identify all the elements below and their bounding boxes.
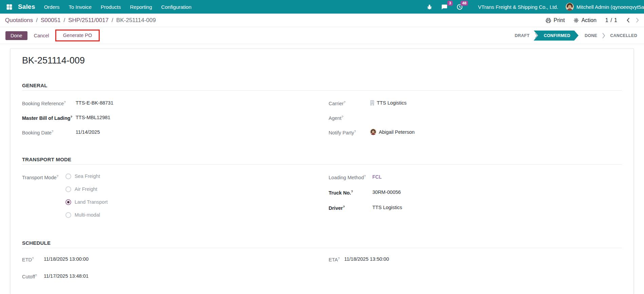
done-button[interactable]: Done: [5, 31, 27, 40]
field-value: 11/14/2025: [76, 128, 100, 136]
stage-done[interactable]: DONE: [579, 33, 603, 38]
divider: [22, 164, 622, 165]
divider: [22, 248, 622, 248]
grid-icon: [6, 3, 13, 11]
top-navbar: Sales Orders To Invoice Products Reporti…: [0, 0, 644, 14]
gear-icon: [573, 18, 579, 23]
breadcrumb-shipment[interactable]: SHP/2511/0017: [68, 17, 109, 24]
section-heading: SCHEDULE: [22, 240, 622, 246]
activities-badge: 48: [461, 1, 468, 6]
breadcrumb-current: BK-251114-009: [116, 17, 156, 24]
section-transport-mode: TRANSPORT MODE Transport Mode? Sea Freig…: [22, 157, 622, 224]
building-icon: [370, 100, 374, 106]
pager-next-icon[interactable]: [636, 17, 639, 23]
section-general: GENERAL Booking Reference? TTS-E-BK-8873…: [22, 82, 622, 142]
section-heading: GENERAL: [22, 82, 622, 88]
radio-icon[interactable]: [65, 186, 71, 192]
field-truck-no: Truck No.? 30RM-00056: [329, 188, 622, 196]
field-loading-method: Loading Method? FCL: [329, 173, 622, 181]
menu-item-products[interactable]: Products: [101, 4, 121, 10]
field-transport-mode: Transport Mode? Sea Freight Air Freight …: [22, 173, 329, 224]
user-avatar[interactable]: [566, 3, 574, 11]
field-value: TTS Logistics: [372, 203, 402, 212]
radio-option-air-freight[interactable]: Air Freight: [65, 186, 108, 192]
breadcrumb-row: Quotations / S00051 / SHP/2511/0017 / BK…: [0, 14, 644, 27]
status-bar: DRAFT CONFIRMED DONE CANCELLED: [509, 27, 639, 44]
breadcrumb: Quotations / S00051 / SHP/2511/0017 / BK…: [5, 17, 156, 24]
transport-mode-radio-group: Sea Freight Air Freight Land Transport M…: [65, 173, 108, 224]
radio-checked-icon[interactable]: [65, 199, 71, 205]
company-switcher[interactable]: VTrans Freight & Shipping Co., Ltd.: [478, 4, 558, 10]
field-value: 11/18/2025 13:50:00: [344, 255, 389, 263]
field-value: TTS-E-BK-88731: [76, 99, 113, 107]
field-value: TTS-MBL12981: [76, 113, 110, 122]
menu-item-reporting[interactable]: Reporting: [130, 4, 152, 10]
contact-avatar: [370, 129, 376, 135]
breadcrumb-s00051[interactable]: S00051: [41, 17, 61, 24]
app-name[interactable]: Sales: [18, 3, 35, 11]
breadcrumb-quotations[interactable]: Quotations: [5, 17, 33, 24]
activities-button[interactable]: 48: [456, 4, 463, 10]
bug-icon[interactable]: [427, 4, 432, 10]
record-pager: 1 / 1: [605, 17, 618, 23]
print-button[interactable]: Print: [546, 17, 565, 23]
field-value: 11/17/2025 13:48:01: [44, 272, 89, 280]
radio-icon[interactable]: [65, 212, 71, 218]
field-value[interactable]: TTS Logistics: [377, 99, 407, 106]
menu-item-to-invoice[interactable]: To Invoice: [69, 4, 92, 10]
stage-cancelled[interactable]: CANCELLED: [604, 33, 639, 38]
radio-option-multi-modal[interactable]: Multi-modal: [65, 212, 108, 218]
record-title: BK-251114-009: [22, 55, 622, 66]
control-bar: Done Cancel Generate PO DRAFT CONFIRMED …: [0, 27, 644, 44]
field-value-link[interactable]: FCL: [372, 173, 382, 181]
radio-option-sea-freight[interactable]: Sea Freight: [65, 173, 108, 180]
printer-icon: [546, 18, 551, 23]
radio-icon[interactable]: [65, 173, 71, 179]
user-name[interactable]: Mitchell Admin (qynoeeqvyt5a: [577, 4, 644, 10]
apps-menu-button[interactable]: [6, 3, 13, 11]
annotation-box: Generate PO: [55, 30, 100, 41]
section-schedule: SCHEDULE ETD? 11/18/2025 13:00:00 Cutoff…: [22, 240, 622, 289]
main-menu: Orders To Invoice Products Reporting Con…: [44, 4, 192, 10]
generate-po-button[interactable]: Generate PO: [62, 33, 93, 38]
field-notify-party: Notify Party? Abigail Peterson: [329, 128, 622, 136]
messages-button[interactable]: 3: [441, 4, 448, 10]
menu-item-configuration[interactable]: Configuration: [161, 4, 191, 10]
field-value[interactable]: Abigail Peterson: [379, 129, 415, 135]
field-booking-date: Booking Date? 11/14/2025: [22, 128, 329, 136]
messages-badge: 3: [447, 1, 453, 6]
field-booking-reference: Booking Reference? TTS-E-BK-88731: [22, 99, 329, 107]
chat-icon: [441, 4, 448, 10]
field-value: 30RM-00056: [372, 188, 401, 196]
action-menu-button[interactable]: Action: [573, 17, 596, 23]
form-sheet: BK-251114-009 GENERAL Booking Reference?…: [10, 49, 634, 294]
field-carrier: Carrier? TTS Logistics: [329, 99, 622, 107]
field-driver: Driver? TTS Logistics: [329, 203, 622, 212]
pager-previous-icon[interactable]: [626, 17, 630, 23]
divider: [22, 90, 622, 91]
field-value: 11/18/2025 13:00:00: [44, 255, 89, 263]
stage-confirmed[interactable]: CONFIRMED: [534, 31, 579, 41]
stage-draft[interactable]: DRAFT: [509, 33, 536, 38]
field-cutoff: Cutoff? 11/17/2025 13:48:01: [22, 272, 329, 280]
field-master-bill-of-lading: Master Bill of Lading? TTS-MBL12981: [22, 113, 329, 122]
field-eta: ETA? 11/18/2025 13:50:00: [329, 255, 622, 263]
menu-item-orders[interactable]: Orders: [44, 4, 60, 10]
section-heading: TRANSPORT MODE: [22, 157, 622, 162]
cancel-button[interactable]: Cancel: [30, 31, 53, 40]
radio-option-land-transport[interactable]: Land Transport: [65, 199, 108, 205]
field-etd: ETD? 11/18/2025 13:00:00: [22, 255, 329, 263]
field-agent: Agent?: [329, 113, 622, 122]
